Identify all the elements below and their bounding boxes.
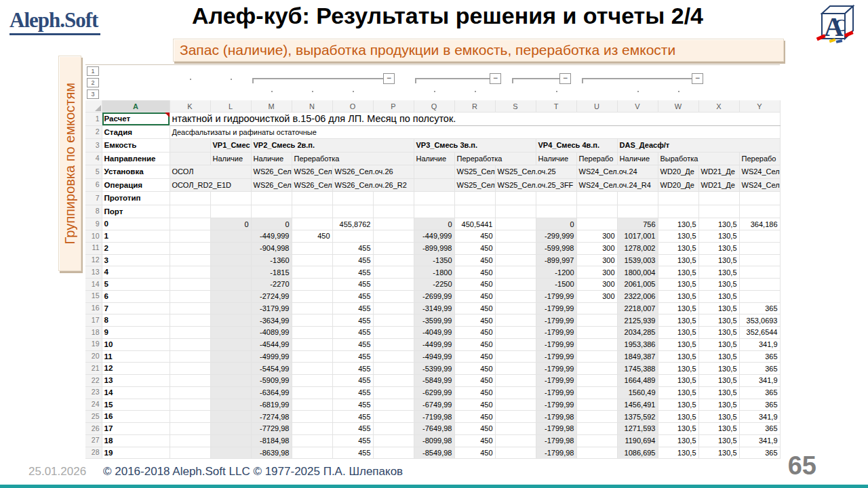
cell-R27[interactable]: 450	[454, 434, 495, 447]
row-header-17[interactable]: 17	[85, 314, 102, 327]
cell-X14[interactable]: 130,5	[698, 279, 739, 291]
cell-Y17[interactable]: 353,0693	[739, 314, 780, 327]
cell-W20[interactable]: 130,5	[658, 350, 698, 363]
cell-A26[interactable]: 17	[102, 423, 170, 435]
cell-L24[interactable]	[210, 399, 251, 411]
cell-N10[interactable]: 450	[292, 230, 332, 243]
cell-Y6[interactable]: WS24_Сел	[739, 178, 780, 192]
cell-A4[interactable]: Направление	[102, 152, 170, 165]
column-header-X[interactable]: X	[698, 100, 739, 113]
cell-A15[interactable]: 6	[102, 290, 170, 302]
cell-M22[interactable]: -5909,99	[251, 375, 292, 387]
cell-S23[interactable]	[495, 386, 536, 399]
select-all-corner[interactable]	[85, 100, 102, 113]
cell-U17[interactable]	[576, 314, 617, 327]
cell-L23[interactable]	[210, 386, 251, 399]
row-header-8[interactable]: 8	[85, 205, 102, 218]
cell-Q23[interactable]: -6299,99	[414, 386, 454, 399]
cell-A2[interactable]: Стадия	[102, 125, 170, 139]
cell-R23[interactable]: 450	[454, 386, 495, 399]
cell-U15[interactable]: 300	[576, 290, 617, 302]
cell-W9[interactable]: 130,5	[658, 218, 698, 230]
cell-T21[interactable]: -1799,99	[536, 363, 576, 375]
row-header-19[interactable]: 19	[85, 338, 102, 350]
cell-V8[interactable]	[617, 205, 658, 218]
cell-X19[interactable]: 130,5	[698, 338, 739, 350]
cell-R25[interactable]: 450	[454, 411, 495, 423]
cell-S11[interactable]	[495, 242, 536, 254]
cell-K9[interactable]	[170, 218, 210, 230]
cell-W14[interactable]: 130,5	[658, 279, 698, 291]
cell-Y8[interactable]	[739, 205, 780, 218]
cell-O28[interactable]: 455	[332, 447, 373, 459]
cell-K15[interactable]	[170, 290, 210, 302]
cell-L12[interactable]	[210, 254, 251, 266]
cell-S6[interactable]: WS25_Сел.оч.25_3FF	[495, 178, 576, 192]
cell-Q27[interactable]: -8099,98	[414, 434, 454, 447]
cell-Y22[interactable]: 341,9	[739, 375, 780, 387]
cell-U26[interactable]	[576, 423, 617, 435]
outline-level-1-button[interactable]: 1	[87, 66, 99, 76]
cell-S10[interactable]	[495, 230, 536, 243]
cell-K28[interactable]	[170, 447, 210, 459]
cell-M23[interactable]: -6364,99	[251, 386, 292, 399]
cell-Q6[interactable]	[414, 178, 454, 192]
cell-S22[interactable]	[495, 375, 536, 387]
cell-K19[interactable]	[170, 338, 210, 350]
cell-O18[interactable]: 455	[332, 327, 373, 339]
cell-Q5[interactable]	[414, 165, 454, 179]
cell-R24[interactable]: 450	[454, 399, 495, 411]
outline-level-3-button[interactable]: 3	[87, 89, 99, 99]
cell-T27[interactable]: -1799,98	[536, 434, 576, 447]
cell-A3[interactable]: Емкость	[102, 139, 170, 152]
cell-M12[interactable]: -1360	[251, 254, 292, 266]
cell-A20[interactable]: 11	[102, 350, 170, 363]
cell-Q26[interactable]: -7649,98	[414, 423, 454, 435]
row-header-2[interactable]: 2	[85, 125, 102, 139]
cell-P8[interactable]	[373, 205, 414, 218]
row-header-6[interactable]: 6	[85, 178, 102, 192]
cell-W23[interactable]: 130,5	[658, 386, 698, 399]
cell-U6[interactable]: WS24_Сел.оч.24_R4	[576, 178, 658, 192]
cell-T19[interactable]: -1799,99	[536, 338, 576, 350]
cell-W6[interactable]: WD20_Де	[658, 178, 698, 192]
cell-W26[interactable]: 130,5	[658, 423, 698, 435]
cell-Y19[interactable]: 341,9	[739, 338, 780, 350]
cell-N21[interactable]	[292, 363, 332, 375]
cell-S17[interactable]	[495, 314, 536, 327]
cell-N20[interactable]	[292, 350, 332, 363]
cell-M28[interactable]: -8639,98	[251, 447, 292, 459]
cell-O6[interactable]: WS26_Сел.оч.26_R2	[332, 178, 414, 192]
cell-V9[interactable]: 756	[617, 218, 658, 230]
cell-W22[interactable]: 130,5	[658, 375, 698, 387]
cell-T28[interactable]: -1799,98	[536, 447, 576, 459]
cell-S21[interactable]	[495, 363, 536, 375]
cell-W27[interactable]: 130,5	[658, 434, 698, 447]
cell-X17[interactable]: 130,5	[698, 314, 739, 327]
cell-W24[interactable]: 130,5	[658, 399, 698, 411]
cell-S8[interactable]	[495, 205, 536, 218]
cell-K3[interactable]	[170, 139, 210, 152]
cell-N4[interactable]: Переработка	[292, 152, 414, 165]
cell-O22[interactable]: 455	[332, 375, 373, 387]
cell-S24[interactable]	[495, 399, 536, 411]
cell-X12[interactable]: 130,5	[698, 254, 739, 266]
cell-N18[interactable]	[292, 327, 332, 339]
column-header-N[interactable]: N	[292, 100, 332, 113]
cell-K12[interactable]	[170, 254, 210, 266]
cell-L28[interactable]	[210, 447, 251, 459]
cell-L21[interactable]	[210, 363, 251, 375]
cell-O24[interactable]: 455	[332, 399, 373, 411]
cell-L8[interactable]	[210, 205, 251, 218]
cell-T24[interactable]: -1799,99	[536, 399, 576, 411]
cell-A21[interactable]: 12	[102, 363, 170, 375]
cell-T3[interactable]: VP4_Смесь 4в.п.	[536, 139, 617, 152]
cell-X20[interactable]: 130,5	[698, 350, 739, 363]
cell-U23[interactable]	[576, 386, 617, 399]
cell-V24[interactable]: 1456,491	[617, 399, 658, 411]
cell-Q3[interactable]: VP3_Смесь 3в.п.	[414, 139, 536, 152]
cell-U20[interactable]	[576, 350, 617, 363]
cell-X13[interactable]: 130,5	[698, 266, 739, 279]
cell-M14[interactable]: -2270	[251, 279, 292, 291]
cell-O21[interactable]: 455	[332, 363, 373, 375]
